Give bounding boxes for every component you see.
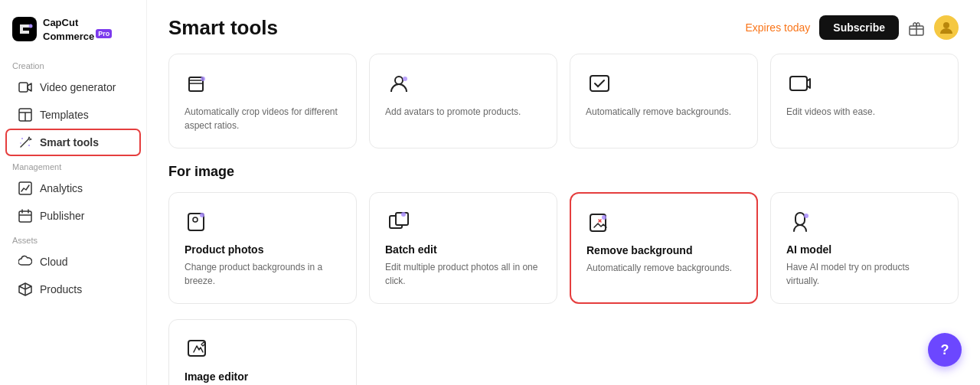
image-edit-icon	[185, 335, 212, 363]
tool-card-title: AI model	[786, 243, 942, 256]
video-editor-icon	[786, 70, 814, 97]
assets-section-label: Assets	[0, 230, 146, 248]
svg-point-30	[804, 214, 808, 218]
svg-rect-2	[19, 83, 28, 92]
avatar-icon	[939, 20, 954, 35]
logo-brand: CapCutCommercePro	[43, 17, 112, 42]
remove-bg-video-icon	[586, 70, 613, 97]
crop-icon	[185, 70, 212, 97]
tool-card-desc: Edit videos with ease.	[786, 105, 942, 119]
creation-section-label: Creation	[0, 55, 146, 73]
svg-point-29	[602, 215, 606, 220]
main-content: Smart tools Expires today Subscribe	[147, 0, 980, 385]
svg-rect-21	[790, 77, 807, 90]
gift-icon	[908, 19, 925, 36]
tool-card-avatar-promo[interactable]: Add avatars to promote products.	[369, 54, 557, 148]
tool-card-desc: Add avatars to promote products.	[385, 105, 541, 119]
ai-model-icon	[786, 208, 814, 236]
tool-card-desc: Change product backgrounds in a breeze.	[185, 260, 341, 288]
management-section-label: Management	[0, 156, 146, 175]
image-tools-grid: Product photos Change product background…	[168, 192, 959, 304]
svg-point-6	[21, 138, 23, 139]
tool-card-product-photos[interactable]: Product photos Change product background…	[168, 192, 357, 304]
logo-pro-badge: Pro	[96, 29, 112, 38]
sidebar-item-label: Products	[40, 283, 82, 295]
svg-point-17	[201, 77, 205, 81]
help-fab-button[interactable]: ?	[928, 333, 962, 367]
sidebar-item-video-generator[interactable]: Video generator	[6, 74, 140, 100]
tool-card-title: Remove background	[586, 244, 741, 256]
tool-card-desc: Edit multiple product photos all in one …	[385, 260, 541, 288]
svg-point-24	[200, 213, 204, 217]
header-actions: Expires today Subscribe	[745, 15, 959, 40]
sidebar-item-label: Templates	[40, 109, 89, 121]
tool-card-remove-bg-video[interactable]: Automatically remove backgrounds.	[570, 54, 758, 148]
cloud-icon	[18, 255, 32, 269]
svg-point-19	[403, 77, 407, 81]
tool-card-desc: Automatically crop videos for different …	[185, 105, 341, 132]
product-photo-icon	[185, 208, 212, 236]
user-avatar[interactable]	[934, 15, 959, 40]
sidebar-item-label: Publisher	[40, 210, 84, 222]
svg-rect-0	[12, 17, 37, 41]
bottom-tools-row: Image editor Edit images and graphics	[168, 319, 959, 385]
svg-rect-20	[590, 76, 609, 91]
sidebar-item-label: Analytics	[40, 182, 83, 194]
sidebar-item-label: Smart tools	[40, 136, 99, 148]
svg-point-23	[193, 217, 198, 222]
svg-point-1	[29, 24, 33, 28]
sidebar-item-products[interactable]: Products	[6, 276, 140, 302]
video-tools-grid: Automatically crop videos for different …	[168, 54, 959, 148]
sidebar-item-analytics[interactable]: Analytics	[6, 175, 140, 201]
svg-rect-9	[19, 182, 31, 194]
help-icon: ?	[941, 342, 949, 358]
sidebar-item-templates[interactable]: Templates	[6, 102, 140, 128]
avatar-promo-icon	[385, 70, 413, 97]
tool-card-video-editor[interactable]: Edit videos with ease.	[770, 54, 959, 148]
page-title: Smart tools	[168, 16, 278, 40]
tool-card-title: Batch edit	[385, 243, 541, 256]
logo: CapCutCommercePro	[0, 9, 146, 55]
svg-point-7	[28, 145, 30, 146]
gift-button[interactable]	[908, 19, 925, 36]
sidebar-item-label: Cloud	[40, 256, 68, 268]
tool-card-batch-edit[interactable]: Batch edit Edit multiple product photos …	[369, 192, 557, 304]
sidebar-item-label: Video generator	[40, 81, 116, 93]
box-icon	[18, 282, 32, 296]
sidebar-item-publisher[interactable]: Publisher	[6, 203, 140, 229]
subscribe-button[interactable]: Subscribe	[819, 15, 899, 40]
tool-card-title: Image editor	[185, 370, 341, 383]
logo-sub: Commerce	[43, 31, 94, 42]
svg-point-18	[395, 77, 403, 84]
sidebar-item-cloud[interactable]: Cloud	[6, 249, 140, 275]
tool-card-desc: Have AI model try on products virtually.	[786, 260, 942, 288]
tool-card-image-editor[interactable]: Image editor Edit images and graphics	[168, 319, 357, 385]
svg-rect-10	[19, 211, 31, 222]
chart-icon	[18, 181, 32, 195]
tool-card-remove-background[interactable]: Remove background Automatically remove b…	[570, 192, 758, 304]
video-icon	[18, 80, 32, 94]
template-icon	[18, 108, 32, 122]
sidebar: CapCutCommercePro Creation Video generat…	[0, 0, 147, 385]
expires-label: Expires today	[745, 21, 810, 34]
batch-edit-icon	[385, 208, 413, 236]
page-header: Smart tools Expires today Subscribe	[168, 15, 959, 40]
tool-card-title: Product photos	[185, 243, 341, 256]
tool-card-desc: Automatically remove backgrounds.	[586, 105, 742, 119]
tool-card-desc: Automatically remove backgrounds.	[586, 261, 741, 275]
remove-bg-icon	[586, 209, 614, 237]
for-image-heading: For image	[168, 164, 959, 180]
calendar-icon	[18, 209, 32, 223]
svg-point-27	[401, 212, 406, 217]
wand-icon	[18, 135, 32, 149]
svg-point-8	[20, 142, 21, 144]
sidebar-item-smart-tools[interactable]: Smart tools	[6, 129, 140, 155]
capcut-logo-icon	[12, 17, 37, 41]
tool-card-auto-crop[interactable]: Automatically crop videos for different …	[168, 54, 357, 148]
svg-point-15	[943, 22, 949, 28]
tool-card-ai-model[interactable]: AI model Have AI model try on products v…	[770, 192, 959, 304]
